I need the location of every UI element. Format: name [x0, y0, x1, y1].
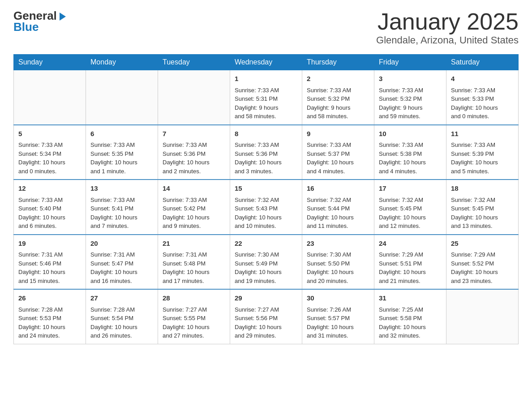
day-info: Sunrise: 7:26 AM Sunset: 5:57 PM Dayligh… — [307, 305, 369, 340]
day-info: Sunrise: 7:32 AM Sunset: 5:45 PM Dayligh… — [451, 196, 514, 231]
calendar-cell: 13Sunrise: 7:33 AM Sunset: 5:41 PM Dayli… — [86, 180, 158, 235]
day-number: 22 — [235, 239, 297, 249]
calendar-cell: 26Sunrise: 7:28 AM Sunset: 5:53 PM Dayli… — [14, 289, 86, 344]
day-info: Sunrise: 7:29 AM Sunset: 5:52 PM Dayligh… — [451, 250, 514, 285]
day-info: Sunrise: 7:33 AM Sunset: 5:36 PM Dayligh… — [163, 141, 225, 176]
calendar-cell: 31Sunrise: 7:25 AM Sunset: 5:58 PM Dayli… — [374, 289, 446, 344]
page-subtitle: Glendale, Arizona, United States — [376, 34, 519, 46]
day-number: 28 — [163, 293, 225, 304]
calendar-cell: 3Sunrise: 7:33 AM Sunset: 5:32 PM Daylig… — [374, 70, 446, 125]
day-number: 11 — [451, 129, 514, 139]
calendar-day-header: Wednesday — [230, 55, 302, 70]
day-info: Sunrise: 7:30 AM Sunset: 5:50 PM Dayligh… — [307, 250, 369, 285]
day-info: Sunrise: 7:33 AM Sunset: 5:32 PM Dayligh… — [379, 86, 442, 121]
calendar-day-header: Saturday — [446, 55, 519, 70]
day-number: 13 — [90, 184, 153, 194]
day-number: 21 — [163, 239, 225, 249]
calendar-cell: 30Sunrise: 7:26 AM Sunset: 5:57 PM Dayli… — [302, 289, 374, 344]
day-number: 17 — [379, 184, 442, 194]
day-info: Sunrise: 7:33 AM Sunset: 5:42 PM Dayligh… — [163, 196, 225, 231]
day-number: 8 — [235, 129, 297, 139]
day-number: 29 — [235, 293, 297, 304]
day-number: 7 — [163, 129, 225, 139]
day-info: Sunrise: 7:25 AM Sunset: 5:58 PM Dayligh… — [379, 305, 442, 340]
day-number: 2 — [307, 74, 369, 84]
calendar-week-row: 12Sunrise: 7:33 AM Sunset: 5:40 PM Dayli… — [14, 180, 519, 235]
calendar-cell: 4Sunrise: 7:33 AM Sunset: 5:33 PM Daylig… — [446, 70, 519, 125]
day-number: 31 — [379, 293, 442, 304]
day-info: Sunrise: 7:33 AM Sunset: 5:31 PM Dayligh… — [235, 86, 297, 121]
calendar-cell: 12Sunrise: 7:33 AM Sunset: 5:40 PM Dayli… — [14, 180, 86, 235]
calendar-cell: 14Sunrise: 7:33 AM Sunset: 5:42 PM Dayli… — [158, 180, 230, 235]
day-number: 9 — [307, 129, 369, 139]
logo: General Blue — [13, 9, 68, 33]
day-number: 10 — [379, 129, 442, 139]
day-info: Sunrise: 7:33 AM Sunset: 5:39 PM Dayligh… — [451, 141, 514, 176]
day-number: 30 — [307, 293, 369, 304]
calendar-cell — [14, 70, 86, 125]
calendar-table: SundayMondayTuesdayWednesdayThursdayFrid… — [13, 54, 519, 344]
day-info: Sunrise: 7:27 AM Sunset: 5:55 PM Dayligh… — [163, 305, 225, 340]
calendar-cell: 6Sunrise: 7:33 AM Sunset: 5:35 PM Daylig… — [86, 125, 158, 180]
day-number: 12 — [18, 184, 81, 194]
day-number: 20 — [90, 239, 153, 249]
day-info: Sunrise: 7:31 AM Sunset: 5:48 PM Dayligh… — [163, 250, 225, 285]
calendar-cell — [158, 70, 230, 125]
calendar-cell: 21Sunrise: 7:31 AM Sunset: 5:48 PM Dayli… — [158, 235, 230, 290]
day-info: Sunrise: 7:33 AM Sunset: 5:34 PM Dayligh… — [18, 141, 81, 176]
day-number: 26 — [18, 293, 81, 304]
calendar-cell: 11Sunrise: 7:33 AM Sunset: 5:39 PM Dayli… — [446, 125, 519, 180]
calendar-header-row: SundayMondayTuesdayWednesdayThursdayFrid… — [14, 55, 519, 70]
logo-arrow-icon — [58, 12, 68, 21]
day-info: Sunrise: 7:28 AM Sunset: 5:53 PM Dayligh… — [18, 305, 81, 340]
day-number: 24 — [379, 239, 442, 249]
calendar-cell: 7Sunrise: 7:33 AM Sunset: 5:36 PM Daylig… — [158, 125, 230, 180]
calendar-cell: 2Sunrise: 7:33 AM Sunset: 5:32 PM Daylig… — [302, 70, 374, 125]
calendar-cell: 28Sunrise: 7:27 AM Sunset: 5:55 PM Dayli… — [158, 289, 230, 344]
calendar-week-row: 26Sunrise: 7:28 AM Sunset: 5:53 PM Dayli… — [14, 289, 519, 344]
day-info: Sunrise: 7:27 AM Sunset: 5:56 PM Dayligh… — [235, 305, 297, 340]
calendar-cell: 18Sunrise: 7:32 AM Sunset: 5:45 PM Dayli… — [446, 180, 519, 235]
day-number: 14 — [163, 184, 225, 194]
day-info: Sunrise: 7:33 AM Sunset: 5:40 PM Dayligh… — [18, 196, 81, 231]
calendar-week-row: 19Sunrise: 7:31 AM Sunset: 5:46 PM Dayli… — [14, 235, 519, 290]
day-info: Sunrise: 7:33 AM Sunset: 5:41 PM Dayligh… — [90, 196, 153, 231]
calendar-week-row: 1Sunrise: 7:33 AM Sunset: 5:31 PM Daylig… — [14, 70, 519, 125]
calendar-cell: 27Sunrise: 7:28 AM Sunset: 5:54 PM Dayli… — [86, 289, 158, 344]
calendar-cell: 22Sunrise: 7:30 AM Sunset: 5:49 PM Dayli… — [230, 235, 302, 290]
day-number: 25 — [451, 239, 514, 249]
day-number: 19 — [18, 239, 81, 249]
calendar-cell — [446, 289, 519, 344]
calendar-day-header: Sunday — [14, 55, 86, 70]
day-number: 4 — [451, 74, 514, 84]
day-info: Sunrise: 7:28 AM Sunset: 5:54 PM Dayligh… — [90, 305, 153, 340]
day-number: 3 — [379, 74, 442, 84]
day-number: 16 — [307, 184, 369, 194]
day-info: Sunrise: 7:32 AM Sunset: 5:45 PM Dayligh… — [379, 196, 442, 231]
day-info: Sunrise: 7:33 AM Sunset: 5:33 PM Dayligh… — [451, 86, 514, 121]
calendar-cell: 9Sunrise: 7:33 AM Sunset: 5:37 PM Daylig… — [302, 125, 374, 180]
calendar-cell: 23Sunrise: 7:30 AM Sunset: 5:50 PM Dayli… — [302, 235, 374, 290]
svg-marker-0 — [60, 13, 66, 21]
day-number: 23 — [307, 239, 369, 249]
calendar-day-header: Monday — [86, 55, 158, 70]
title-block: January 2025 Glendale, Arizona, United S… — [376, 9, 519, 46]
calendar-cell: 19Sunrise: 7:31 AM Sunset: 5:46 PM Dayli… — [14, 235, 86, 290]
day-info: Sunrise: 7:30 AM Sunset: 5:49 PM Dayligh… — [235, 250, 297, 285]
day-number: 5 — [18, 129, 81, 139]
page-header: General Blue January 2025 Glendale, Ariz… — [13, 9, 519, 46]
calendar-cell: 20Sunrise: 7:31 AM Sunset: 5:47 PM Dayli… — [86, 235, 158, 290]
day-number: 15 — [235, 184, 297, 194]
calendar-cell: 17Sunrise: 7:32 AM Sunset: 5:45 PM Dayli… — [374, 180, 446, 235]
day-info: Sunrise: 7:33 AM Sunset: 5:38 PM Dayligh… — [379, 141, 442, 176]
day-number: 1 — [235, 74, 297, 84]
day-info: Sunrise: 7:33 AM Sunset: 5:32 PM Dayligh… — [307, 86, 369, 121]
calendar-cell: 10Sunrise: 7:33 AM Sunset: 5:38 PM Dayli… — [374, 125, 446, 180]
page-title: January 2025 — [376, 9, 519, 34]
day-info: Sunrise: 7:32 AM Sunset: 5:43 PM Dayligh… — [235, 196, 297, 231]
calendar-day-header: Tuesday — [158, 55, 230, 70]
day-info: Sunrise: 7:31 AM Sunset: 5:46 PM Dayligh… — [18, 250, 81, 285]
calendar-week-row: 5Sunrise: 7:33 AM Sunset: 5:34 PM Daylig… — [14, 125, 519, 180]
calendar-cell: 29Sunrise: 7:27 AM Sunset: 5:56 PM Dayli… — [230, 289, 302, 344]
calendar-cell — [86, 70, 158, 125]
